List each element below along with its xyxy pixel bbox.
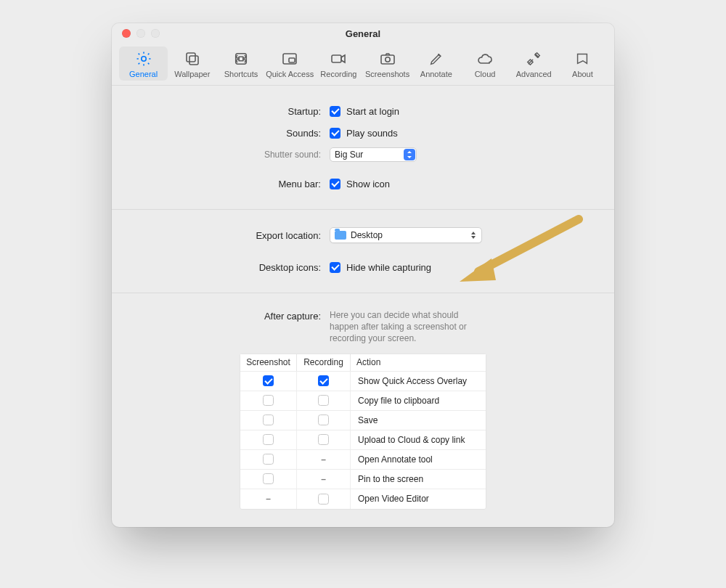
- table-checkbox[interactable]: [318, 434, 329, 445]
- preferences-toolbar: General Wallpaper Shortcuts Quick Access…: [112, 44, 614, 86]
- label-desktop-icons: Desktop icons:: [112, 262, 330, 273]
- panel-after-capture: After capture: Here you can decide what …: [112, 293, 614, 527]
- cloud-icon: [476, 49, 494, 68]
- action-label: Open Annotate tool: [358, 454, 433, 465]
- pencil-icon: [427, 49, 446, 68]
- action-label: Show Quick Access Overlay: [358, 376, 467, 386]
- label-sounds: Sounds:: [112, 128, 330, 139]
- checkbox-start-at-login[interactable]: [330, 106, 340, 117]
- table-row: –Open Annotate tool: [240, 450, 486, 470]
- tab-label: About: [572, 70, 593, 78]
- checkbox-label: Play sounds: [346, 128, 398, 139]
- window-title: General: [112, 28, 614, 39]
- tab-advanced[interactable]: Advanced: [510, 46, 558, 81]
- table-row: –Pin to the screen: [240, 470, 486, 489]
- tab-wallpaper[interactable]: Wallpaper: [168, 46, 216, 81]
- tab-about[interactable]: About: [558, 46, 607, 81]
- tab-general[interactable]: General: [119, 46, 168, 81]
- tab-label: General: [129, 70, 158, 78]
- after-capture-table: Screenshot Recording Action Show Quick A…: [240, 354, 486, 510]
- select-value: Big Sur: [335, 150, 363, 160]
- chevron-updown-icon: [404, 149, 415, 160]
- label-startup: Startup:: [112, 106, 330, 117]
- checkbox-hide-while-capturing[interactable]: [330, 262, 340, 273]
- action-label: Copy file to clipboard: [358, 396, 439, 406]
- action-label: Open Video Editor: [358, 494, 429, 504]
- tab-label: Annotate: [420, 70, 452, 78]
- label-shutter: Shutter sound:: [112, 150, 330, 160]
- after-capture-description: Here you can decide what should happen a…: [330, 309, 475, 345]
- checkbox-show-icon[interactable]: [330, 179, 340, 189]
- wallpaper-icon: [183, 49, 202, 68]
- checkbox-play-sounds[interactable]: [330, 128, 340, 139]
- table-checkbox[interactable]: [263, 415, 274, 425]
- action-label: Pin to the screen: [358, 474, 423, 484]
- col-recording: Recording: [297, 354, 351, 371]
- command-icon: [232, 49, 250, 68]
- table-checkbox[interactable]: [263, 434, 274, 445]
- tab-cloud[interactable]: Cloud: [460, 46, 509, 81]
- svg-rect-5: [289, 58, 295, 62]
- tab-label: Cloud: [475, 70, 496, 78]
- tab-label: Screenshots: [365, 70, 409, 78]
- table-row: –Open Video Editor: [240, 489, 486, 509]
- table-checkbox[interactable]: [318, 395, 329, 406]
- panel-general-1: Startup: Start at login Sounds: Play sou…: [112, 86, 614, 210]
- select-shutter-sound[interactable]: Big Sur: [330, 147, 417, 162]
- svg-point-0: [141, 57, 145, 61]
- svg-rect-1: [187, 53, 195, 62]
- select-export-location[interactable]: Desktop: [330, 227, 482, 243]
- tab-label: Advanced: [516, 70, 552, 78]
- chevron-updown-icon: [470, 228, 477, 242]
- app-icon: [573, 49, 592, 68]
- table-checkbox[interactable]: [318, 375, 329, 386]
- svg-rect-7: [381, 55, 394, 64]
- preferences-window: General General Wallpaper Shortcuts Qui: [112, 23, 614, 527]
- tools-icon: [524, 49, 543, 68]
- tab-shortcuts[interactable]: Shortcuts: [216, 46, 265, 81]
- tab-quick-access[interactable]: Quick Access: [266, 46, 314, 81]
- not-applicable-icon: –: [318, 454, 329, 465]
- panel-general-2: Export location: Desktop Desktop icons: …: [112, 210, 614, 293]
- thumbnail-icon: [280, 49, 299, 68]
- table-row: Save: [240, 411, 486, 430]
- label-after-capture: After capture:: [112, 309, 330, 322]
- tab-label: Quick Access: [266, 70, 314, 78]
- checkbox-label: Start at login: [346, 106, 399, 117]
- table-checkbox[interactable]: [263, 375, 274, 386]
- label-menubar: Menu bar:: [112, 179, 330, 189]
- table-checkbox[interactable]: [318, 494, 329, 505]
- svg-rect-2: [189, 56, 198, 65]
- video-icon: [329, 49, 348, 68]
- not-applicable-icon: –: [318, 473, 329, 484]
- tab-screenshots[interactable]: Screenshots: [363, 46, 412, 81]
- table-header: Screenshot Recording Action: [240, 354, 486, 372]
- tab-annotate[interactable]: Annotate: [412, 46, 460, 81]
- col-action: Action: [351, 354, 486, 371]
- not-applicable-icon: –: [263, 494, 274, 505]
- action-label: Save: [358, 415, 378, 425]
- table-row: Show Quick Access Overlay: [240, 372, 486, 391]
- checkbox-label: Show icon: [346, 179, 390, 189]
- action-label: Upload to Cloud & copy link: [358, 435, 465, 445]
- col-screenshot: Screenshot: [240, 354, 297, 371]
- tab-label: Recording: [320, 70, 356, 78]
- svg-point-8: [385, 57, 389, 62]
- table-row: Upload to Cloud & copy link: [240, 430, 486, 450]
- titlebar: General: [112, 23, 614, 44]
- camera-icon: [378, 49, 397, 68]
- table-checkbox[interactable]: [318, 415, 329, 425]
- folder-icon: [335, 231, 346, 240]
- table-row: Copy file to clipboard: [240, 391, 486, 411]
- gear-icon: [134, 49, 153, 68]
- tab-label: Shortcuts: [224, 70, 258, 78]
- tab-recording[interactable]: Recording: [314, 46, 363, 81]
- table-checkbox[interactable]: [263, 395, 274, 406]
- table-checkbox[interactable]: [263, 473, 274, 484]
- label-export: Export location:: [112, 230, 330, 241]
- table-checkbox[interactable]: [263, 454, 274, 465]
- checkbox-label: Hide while capturing: [346, 262, 431, 273]
- select-value: Desktop: [351, 230, 383, 240]
- svg-rect-6: [332, 55, 341, 62]
- tab-label: Wallpaper: [174, 70, 210, 78]
